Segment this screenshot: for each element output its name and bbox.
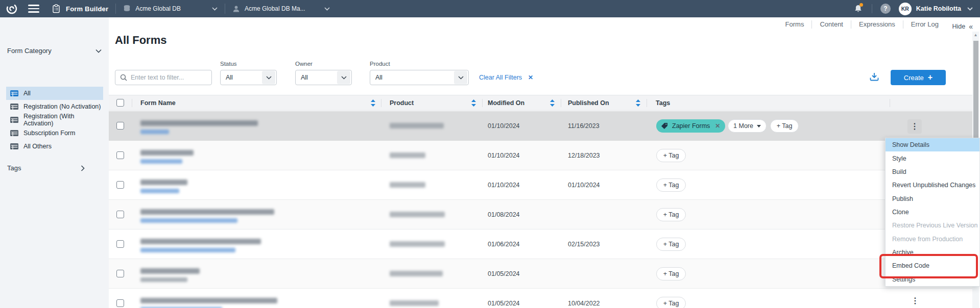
- redacted-form-link[interactable]: [140, 159, 182, 164]
- clear-all-filters-button[interactable]: Clear All Filters ✕: [479, 74, 533, 81]
- menu-item-archive[interactable]: Archive: [886, 246, 979, 259]
- user-name: Katie Robilotta: [916, 5, 961, 12]
- help-icon[interactable]: ?: [880, 4, 891, 14]
- table-row[interactable]: 01/05/2024 10/04/2022 + Tag ⋮: [109, 289, 972, 308]
- download-icon[interactable]: [869, 72, 879, 82]
- more-tags-button[interactable]: 1 More: [728, 119, 767, 133]
- row-checkbox[interactable]: [116, 122, 124, 130]
- row-checkbox[interactable]: [116, 299, 124, 307]
- select-all-checkbox[interactable]: [116, 99, 124, 107]
- table-row[interactable]: 01/08/2024 + Tag: [109, 200, 972, 229]
- table-row[interactable]: 01/06/2024 02/15/2023 + Tag: [109, 229, 972, 259]
- redacted-form-link[interactable]: [140, 189, 179, 193]
- create-button[interactable]: Create +: [891, 70, 946, 85]
- menu-item-settings[interactable]: Settings: [886, 273, 979, 286]
- row-actions-kebab-button[interactable]: ⋮: [907, 119, 922, 134]
- add-tag-button[interactable]: + Tag: [656, 149, 686, 162]
- column-header-modified-on[interactable]: Modified On: [488, 95, 524, 110]
- column-header-tags[interactable]: Tags: [656, 95, 670, 110]
- table-row[interactable]: 01/10/2024 11/16/2023 Zapier Forms ✕ 1 M…: [109, 111, 972, 141]
- add-tag-button[interactable]: + Tag: [656, 178, 686, 192]
- add-tag-button[interactable]: + Tag: [656, 208, 686, 221]
- row-checkbox[interactable]: [116, 181, 124, 189]
- sort-icon[interactable]: [371, 95, 375, 110]
- menu-item-build[interactable]: Build: [886, 165, 979, 178]
- sidebar-item-all[interactable]: All: [6, 87, 103, 100]
- scroll-up-arrow[interactable]: ▲: [972, 33, 979, 37]
- redacted-form-link[interactable]: [140, 248, 235, 252]
- row-checkbox[interactable]: [116, 151, 124, 159]
- owner-filter-select[interactable]: All: [295, 70, 352, 85]
- chevron-down-icon[interactable]: [967, 7, 973, 11]
- chevron-right-icon: [81, 165, 85, 171]
- table-header: Form Name Product Modified On Published …: [109, 95, 972, 111]
- status-filter-select[interactable]: All: [220, 70, 277, 85]
- sidebar-tags-section[interactable]: Tags: [7, 164, 85, 172]
- add-tag-button[interactable]: + Tag: [770, 119, 799, 133]
- sort-icon[interactable]: [550, 95, 555, 110]
- sidebar-item-registration-no-activation[interactable]: Registration (No Activation): [6, 100, 103, 113]
- chevron-down-icon: [337, 71, 350, 84]
- add-tag-button[interactable]: + Tag: [656, 267, 686, 280]
- menu-item-publish[interactable]: Publish: [886, 192, 979, 205]
- menu-item-clone[interactable]: Clone: [886, 206, 979, 219]
- sort-icon[interactable]: [471, 95, 476, 110]
- row-checkbox[interactable]: [116, 270, 124, 277]
- column-header-published-on[interactable]: Published On: [568, 95, 609, 110]
- database-selector-label: Acme Global DB: [135, 5, 181, 12]
- add-tag-button[interactable]: + Tag: [656, 238, 686, 251]
- modified-on-date: 01/05/2024: [488, 300, 520, 307]
- database-icon: [123, 5, 131, 13]
- divider: [482, 99, 483, 107]
- row-checkbox[interactable]: [116, 211, 124, 218]
- menu-item-restore-previous-live-version: Restore Previous Live Version: [886, 219, 979, 232]
- menu-item-revert-unpublished-changes[interactable]: Revert Unpublished Changes: [886, 178, 979, 192]
- row-checkbox[interactable]: [116, 240, 124, 248]
- app-logo-icon[interactable]: [6, 3, 18, 15]
- notifications-bell-icon[interactable]: [854, 4, 863, 13]
- database-selector[interactable]: Acme Global DB: [123, 5, 218, 13]
- sort-icon[interactable]: [636, 95, 640, 110]
- redacted-product: [390, 241, 445, 247]
- redacted-form-link[interactable]: [140, 218, 237, 223]
- add-tag-button[interactable]: + Tag: [656, 297, 686, 308]
- close-icon: ✕: [528, 74, 533, 81]
- category-icon: [10, 130, 18, 136]
- divider: [872, 4, 872, 13]
- menu-item-remove-from-production: Remove from Production: [886, 233, 979, 246]
- sidebar-collapse-button[interactable]: Hide «: [952, 22, 973, 31]
- column-header-form-name[interactable]: Form Name: [140, 95, 176, 110]
- environment-selector[interactable]: Acme Global DB Ma...: [232, 5, 330, 13]
- tab-content[interactable]: Content: [812, 17, 851, 32]
- redacted-product: [390, 123, 444, 129]
- sidebar-item-label: All: [23, 90, 31, 97]
- row-actions-kebab-button[interactable]: ⋮: [911, 297, 919, 305]
- menu-item-show-details[interactable]: Show Details: [886, 138, 979, 151]
- sidebar-item-all-others[interactable]: All Others: [6, 140, 103, 153]
- table-row[interactable]: 01/05/2024 + Tag: [109, 259, 972, 289]
- column-header-product[interactable]: Product: [390, 95, 414, 110]
- redacted-form-link[interactable]: [140, 130, 169, 134]
- remove-tag-icon[interactable]: ✕: [715, 122, 720, 130]
- product-filter-select[interactable]: All: [370, 70, 469, 85]
- sidebar-item-subscription-form[interactable]: Subscription Form: [6, 126, 103, 140]
- tab-expressions[interactable]: Expressions: [851, 17, 903, 32]
- sidebar-item-registration-with-activation[interactable]: Registration (With Activation): [6, 113, 103, 126]
- search-input[interactable]: [131, 74, 207, 81]
- menu-item-style[interactable]: Style: [886, 151, 979, 165]
- clear-all-filters-label: Clear All Filters: [479, 74, 522, 81]
- avatar[interactable]: KR: [899, 3, 912, 15]
- tab-error-log[interactable]: Error Log: [903, 17, 946, 32]
- notification-dot: [859, 3, 863, 7]
- table-row[interactable]: 01/10/2024 12/18/2023 + Tag: [109, 141, 972, 170]
- table-row[interactable]: 01/10/2024 01/10/2024 + Tag: [109, 170, 972, 200]
- menu-item-embed-code[interactable]: Embed Code: [886, 259, 979, 272]
- chevron-down-icon: [454, 71, 467, 84]
- divider: [132, 99, 132, 107]
- collapse-chevrons-icon: «: [969, 22, 973, 31]
- tab-forms[interactable]: Forms: [778, 17, 812, 32]
- form-category-header[interactable]: Form Category: [7, 47, 102, 55]
- tag-pill[interactable]: Zapier Forms ✕: [656, 119, 725, 133]
- hamburger-menu-icon[interactable]: [28, 5, 39, 13]
- sidebar-item-label: Registration (With Activation): [23, 113, 103, 127]
